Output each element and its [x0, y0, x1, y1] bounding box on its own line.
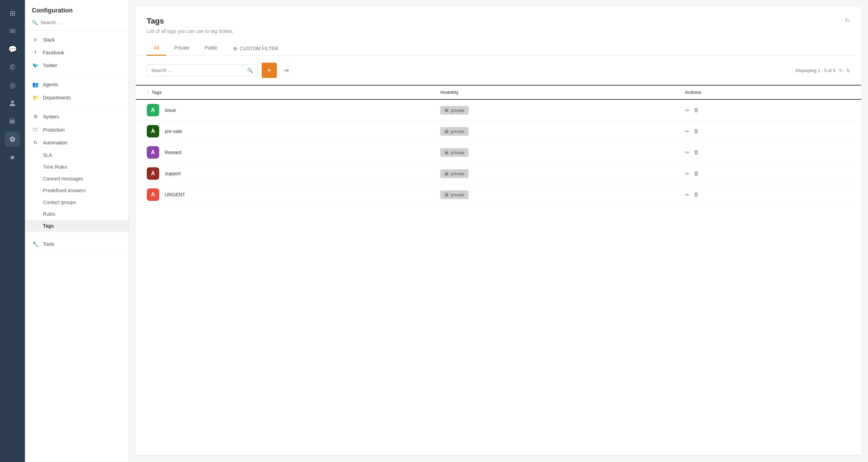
edit-icon[interactable]: ✏ — [685, 170, 689, 177]
edit-icon[interactable]: ✏ — [685, 192, 689, 198]
add-tag-button[interactable]: + — [262, 63, 277, 78]
add-icon: + — [267, 66, 272, 75]
tag-visibility-cell: 🏛 private — [429, 99, 674, 121]
visibility-icon: 🏛 — [444, 108, 449, 113]
sort-icon[interactable]: ⇅ — [846, 68, 850, 73]
edit-icon[interactable]: ✏ — [685, 128, 689, 135]
agents-icon: 👥 — [32, 81, 39, 88]
sidebar-sub-predefined[interactable]: Predefined answers — [25, 185, 128, 196]
tag-name-label: support — [165, 171, 181, 176]
chat-icon[interactable]: 💬 — [5, 42, 20, 57]
tag-name-label: pre-sale — [165, 128, 182, 134]
sidebar-item-departments[interactable]: 📁 Departments — [25, 91, 128, 104]
sidebar-search-container: 🔍 — [25, 18, 128, 30]
sidebar-item-automation[interactable]: ↻ Automation — [25, 136, 128, 149]
action-icons: ✏ 🗑 — [685, 149, 850, 156]
tag-avatar: A — [147, 125, 159, 137]
table-refresh-icon[interactable]: ↻ — [839, 68, 843, 73]
search-input[interactable] — [151, 68, 244, 73]
settings-icon[interactable]: ⚙ — [5, 132, 20, 147]
delete-icon[interactable]: 🗑 — [694, 107, 699, 113]
star-icon[interactable]: ★ — [5, 150, 20, 165]
tag-avatar: A — [147, 167, 159, 180]
delete-icon[interactable]: 🗑 — [694, 149, 699, 156]
col-header-actions: Actions — [674, 85, 861, 99]
edit-icon[interactable]: ✏ — [685, 107, 689, 114]
sidebar-sub-tags[interactable]: Tags — [25, 220, 128, 232]
tag-name-cell: A support — [136, 163, 429, 184]
table-row: A Reward 🏛 private ✏ 🗑 — [136, 142, 861, 163]
tab-custom-filter[interactable]: ⊕ CUSTOM FILTER — [226, 41, 285, 56]
sidebar-sub-rules[interactable]: Rules — [25, 208, 128, 220]
tag-visibility-cell: 🏛 private — [429, 163, 674, 184]
visibility-badge: 🏛 private — [440, 169, 469, 178]
sidebar-search-input[interactable] — [40, 20, 121, 25]
search-icon: 🔍 — [32, 20, 38, 25]
tag-avatar: A — [147, 104, 159, 116]
visibility-icon: 🏛 — [444, 150, 449, 155]
tag-actions-cell: ✏ 🗑 — [674, 142, 861, 163]
contacts-icon[interactable] — [5, 96, 20, 111]
sort-arrow-icon: ↑ — [147, 90, 149, 95]
action-icons: ✏ 🗑 — [685, 128, 850, 135]
table-row: A pre-sale 🏛 private ✏ 🗑 — [136, 121, 861, 142]
arrow-button[interactable]: ⇒ — [281, 64, 292, 77]
tabs-bar: All Private Public ⊕ CUSTOM FILTER — [136, 41, 861, 56]
sidebar-item-slack[interactable]: # Slack — [25, 33, 128, 46]
col-header-visibility: Visibility — [429, 85, 674, 99]
forward-icon: ⇒ — [284, 67, 289, 74]
custom-filter-icon: ⊕ — [233, 45, 237, 52]
sidebar-item-system[interactable]: ⚙ System — [25, 110, 128, 123]
sidebar-sub-canned[interactable]: Canned messages — [25, 173, 128, 185]
departments-icon: 📁 — [32, 95, 39, 101]
tab-all[interactable]: All — [147, 41, 166, 56]
display-count: Displaying 1 - 5 of 5 ↻ ⇅ — [796, 68, 850, 73]
delete-icon[interactable]: 🗑 — [694, 170, 699, 177]
sidebar-item-facebook[interactable]: f Facebook — [25, 46, 128, 59]
sidebar: Configuration 🔍 # Slack f Facebook 🐦 Twi… — [25, 0, 129, 462]
sidebar-sub-time-rules[interactable]: Time Rules — [25, 161, 128, 173]
integrations-section: # Slack f Facebook 🐦 Twitter — [25, 30, 128, 75]
page-title: Tags — [147, 17, 850, 26]
sidebar-item-twitter[interactable]: 🐦 Twitter — [25, 59, 128, 72]
visibility-badge: 🏛 private — [440, 106, 469, 115]
grid-icon[interactable]: ⊞ — [5, 6, 20, 21]
action-icons: ✏ 🗑 — [685, 170, 850, 177]
table-header-row: ↑ Tags Visibility Actions — [136, 85, 861, 99]
protection-icon: 🛡 — [32, 127, 39, 133]
tools-section: 🔧 Tools — [25, 235, 128, 254]
tag-avatar: A — [147, 188, 159, 201]
twitter-icon: 🐦 — [32, 62, 39, 69]
tag-actions-cell: ✏ 🗑 — [674, 163, 861, 184]
slack-icon: # — [32, 37, 39, 43]
phone-icon[interactable]: ✆ — [5, 60, 20, 75]
tag-name-label: Reward — [165, 150, 181, 155]
tag-visibility-cell: 🏛 private — [429, 142, 674, 163]
delete-icon[interactable]: 🗑 — [694, 128, 699, 134]
refresh-icon[interactable]: ↻ — [845, 17, 850, 24]
col-header-tags[interactable]: ↑ Tags — [136, 85, 429, 99]
visibility-icon: 🏛 — [444, 129, 449, 134]
sidebar-title: Configuration — [25, 0, 128, 18]
system-icon: ⚙ — [32, 114, 39, 120]
table-row: A URGENT 🏛 private ✏ 🗑 — [136, 184, 861, 205]
building-icon[interactable]: 🏛 — [5, 114, 20, 129]
tab-private[interactable]: Private — [168, 41, 197, 56]
tools-icon: 🔧 — [32, 241, 39, 247]
panel-header-content: Tags List of all tags you can use to tag… — [136, 7, 861, 34]
sidebar-sub-sla[interactable]: SLA — [25, 149, 128, 161]
search-submit-icon[interactable]: 🔍 — [247, 68, 253, 73]
delete-icon[interactable]: 🗑 — [694, 192, 699, 198]
tag-name-cell: A URGENT — [136, 184, 429, 205]
sidebar-item-agents[interactable]: 👥 Agents — [25, 78, 128, 91]
tag-name-label: URGENT — [165, 192, 185, 197]
sidebar-item-protection[interactable]: 🛡 Protection — [25, 123, 128, 136]
edit-icon[interactable]: ✏ — [685, 149, 689, 156]
tag-visibility-cell: 🏛 private — [429, 121, 674, 142]
mail-icon[interactable]: ✉ — [5, 24, 20, 39]
reports-icon[interactable]: ◎ — [5, 78, 20, 93]
sidebar-item-tools[interactable]: 🔧 Tools — [25, 238, 128, 251]
tab-public[interactable]: Public — [198, 41, 225, 56]
search-box: 🔍 — [147, 64, 257, 76]
sidebar-sub-contact-groups[interactable]: Contact groups — [25, 196, 128, 208]
